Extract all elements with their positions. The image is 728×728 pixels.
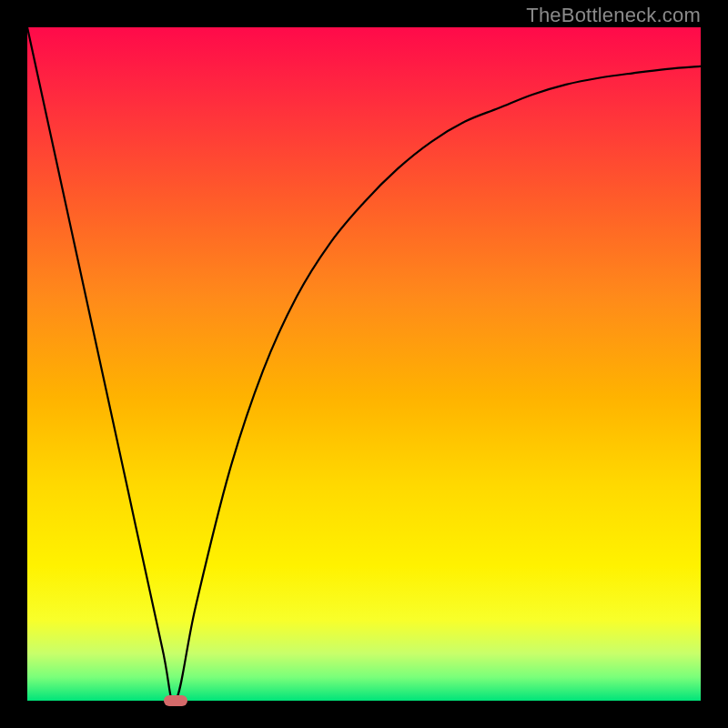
bottleneck-curve-path [27,27,701,701]
bottleneck-curve-svg [27,27,701,701]
watermark-text: TheBottleneck.com [526,4,701,27]
optimum-marker [164,695,187,706]
chart-container: TheBottleneck.com [0,0,728,728]
